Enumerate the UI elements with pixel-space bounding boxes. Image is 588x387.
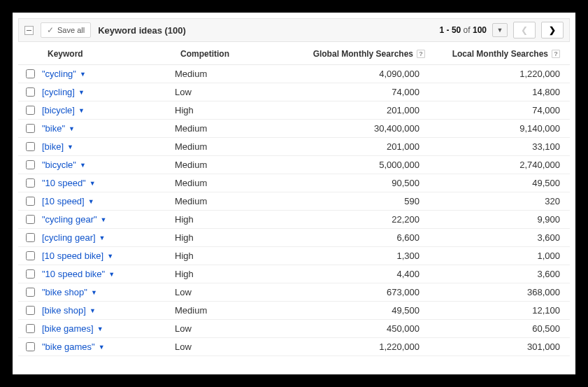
col-global[interactable]: Global Monthly Searches ? [299, 49, 432, 59]
keyword-text: [bike shop] [42, 305, 86, 316]
local-searches-value: 33,100 [426, 141, 560, 152]
caret-down-icon: ▼ [88, 198, 94, 205]
table-row: "cycling gear"▼High22,2009,900 [18, 211, 570, 229]
row-checkbox[interactable] [26, 69, 35, 78]
local-searches-value: 14,800 [426, 87, 560, 97]
row-checkbox[interactable] [26, 269, 35, 279]
table-row: [cycling]▼Low74,00014,800 [18, 83, 570, 101]
row-checkbox[interactable] [26, 197, 35, 206]
competition-value: High [175, 105, 194, 115]
local-searches-value: 9,900 [426, 214, 560, 225]
table-row: "bike games"▼Low1,220,000301,000 [18, 338, 570, 356]
global-searches-value: 22,200 [294, 214, 420, 225]
global-searches-value: 1,220,000 [294, 342, 420, 352]
global-searches-value: 5,000,000 [294, 160, 420, 170]
table-row: [bicycle]▼High201,00074,000 [18, 101, 570, 120]
keyword-link[interactable]: "10 speed"▼ [42, 178, 96, 188]
caret-down-icon: ▼ [69, 125, 75, 132]
table-row: [10 speed]▼Medium590320 [18, 192, 570, 211]
row-checkbox[interactable] [26, 324, 35, 333]
caret-down-icon: ▼ [497, 27, 503, 34]
row-checkbox[interactable] [26, 233, 35, 242]
chevron-left-icon: ❮ [521, 25, 528, 35]
global-searches-value: 590 [294, 196, 420, 206]
caret-down-icon: ▼ [80, 162, 86, 169]
local-searches-value: 74,000 [426, 105, 560, 115]
competition-value: Medium [175, 141, 207, 152]
keyword-link[interactable]: "bike"▼ [42, 123, 75, 134]
keyword-text: "cycling gear" [42, 214, 97, 225]
table-row: [bike]▼Medium201,00033,100 [18, 138, 570, 156]
competition-value: Medium [175, 160, 207, 170]
keyword-link[interactable]: "cycling"▼ [42, 69, 86, 79]
row-checkbox[interactable] [26, 215, 35, 224]
keyword-link[interactable]: [cycling]▼ [42, 87, 85, 97]
local-searches-value: 3,600 [426, 232, 560, 243]
keyword-text: [10 speed bike] [42, 251, 103, 261]
row-checkbox[interactable] [26, 288, 35, 297]
keyword-text: [bicycle] [42, 105, 75, 115]
keyword-link[interactable]: [cycling gear]▼ [42, 232, 106, 243]
caret-down-icon: ▼ [80, 71, 86, 78]
svg-rect-0 [27, 30, 31, 31]
table-row: [bike games]▼Low450,00060,500 [18, 320, 570, 338]
row-checkbox[interactable] [26, 142, 35, 151]
keyword-link[interactable]: [bike games]▼ [42, 323, 103, 334]
panel-header: ✓ Save all Keyword ideas (100) 1 - 50 of… [18, 18, 570, 42]
row-checkbox[interactable] [26, 106, 35, 115]
caret-down-icon: ▼ [101, 216, 107, 223]
page-size-dropdown[interactable]: ▼ [492, 23, 508, 37]
local-searches-value: 1,220,000 [426, 69, 560, 79]
next-page-button[interactable]: ❯ [541, 22, 564, 38]
keyword-link[interactable]: "cycling gear"▼ [42, 214, 107, 225]
checkmark-icon: ✓ [47, 25, 54, 35]
caret-down-icon: ▼ [89, 180, 96, 187]
pager: 1 - 50 of 100 ▼ ❮ ❯ [440, 22, 564, 38]
caret-down-icon: ▼ [78, 89, 85, 96]
table-row: [bike shop]▼Medium49,50012,100 [18, 302, 570, 320]
prev-page-button[interactable]: ❮ [513, 22, 536, 38]
keyword-link[interactable]: "bicycle"▼ [42, 160, 86, 170]
competition-value: Low [175, 287, 192, 297]
keyword-text: [cycling] [42, 87, 75, 97]
row-checkbox[interactable] [26, 87, 35, 97]
global-searches-value: 49,500 [294, 305, 420, 316]
caret-down-icon: ▼ [107, 253, 113, 260]
row-checkbox[interactable] [26, 251, 35, 260]
row-checkbox[interactable] [26, 160, 35, 169]
row-checkbox[interactable] [26, 306, 35, 315]
keyword-link[interactable]: [bike shop]▼ [42, 305, 96, 316]
col-keyword[interactable]: Keyword [48, 49, 180, 59]
competition-value: High [175, 269, 194, 279]
row-checkbox[interactable] [26, 342, 35, 351]
row-checkbox[interactable] [26, 178, 35, 188]
keyword-link[interactable]: [bike]▼ [42, 141, 73, 152]
collapse-toggle[interactable] [24, 26, 34, 35]
keyword-link[interactable]: [10 speed]▼ [42, 196, 94, 206]
keyword-text: "bike shop" [42, 287, 87, 297]
keyword-text: "bike" [42, 123, 65, 134]
global-searches-value: 201,000 [294, 105, 420, 115]
local-searches-value: 3,600 [426, 269, 560, 279]
caret-down-icon: ▼ [108, 271, 115, 278]
keyword-link[interactable]: "bike shop"▼ [42, 287, 97, 297]
competition-value: Low [175, 342, 192, 352]
save-all-button[interactable]: ✓ Save all [41, 22, 91, 38]
row-checkbox[interactable] [26, 124, 35, 133]
local-searches-value: 2,740,000 [426, 160, 560, 170]
help-icon[interactable]: ? [552, 50, 560, 58]
caret-down-icon: ▼ [99, 344, 105, 351]
help-icon[interactable]: ? [417, 50, 425, 58]
global-searches-value: 30,400,000 [294, 123, 420, 134]
keyword-link[interactable]: "10 speed bike"▼ [42, 269, 115, 279]
global-searches-value: 1,300 [294, 251, 420, 261]
col-local[interactable]: Local Monthly Searches ? [432, 49, 564, 59]
keyword-link[interactable]: [bicycle]▼ [42, 105, 85, 115]
local-searches-value: 1,000 [426, 251, 560, 261]
keyword-link[interactable]: [10 speed bike]▼ [42, 251, 113, 261]
col-competition[interactable]: Competition [180, 49, 299, 59]
competition-value: Low [175, 87, 192, 97]
keyword-text: "bike games" [42, 342, 95, 352]
keyword-link[interactable]: "bike games"▼ [42, 342, 105, 352]
table-row: "10 speed bike"▼High4,4003,600 [18, 265, 570, 283]
